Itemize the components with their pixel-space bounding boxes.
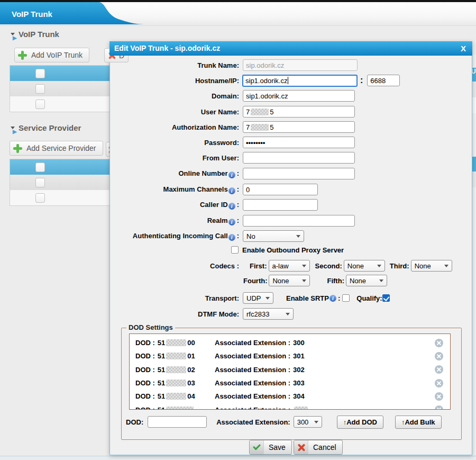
caller-id-input[interactable] (243, 199, 318, 211)
dod-row-partial: DOD :51 Associated Extension : (130, 403, 450, 410)
user-name-input[interactable]: 7 5 (243, 106, 355, 118)
voip-trunk-section-title: VoIP Trunk (19, 30, 59, 39)
associated-extension-select[interactable]: 300 (294, 416, 322, 428)
dtmf-mode-row: DTMF Mode: rfc2833 (110, 308, 472, 320)
transport-select[interactable]: UDP (243, 292, 273, 304)
close-icon[interactable]: X (461, 44, 466, 53)
sliver-table-header: U (472, 68, 476, 82)
user-name-label: User Name: (110, 108, 241, 116)
info-icon[interactable]: i (228, 187, 235, 194)
modal-title: Edit VoIP Trunk - sip.odorik.cz (114, 44, 220, 52)
table-row[interactable] (10, 96, 111, 112)
codec-third-select[interactable]: None (411, 260, 452, 272)
codec-fifth-label: Fifth: (327, 277, 344, 285)
dod-add-label: DOD: (126, 418, 143, 426)
censored-text (166, 393, 186, 400)
section-arrow-icon: ▶ (11, 33, 15, 35)
voip-trunk-tab[interactable]: VoIP Trunk (0, 2, 148, 24)
info-icon[interactable]: i (228, 234, 235, 241)
hostname-row: Hostname/IP: sip1.odorik.cz : (110, 75, 472, 86)
add-bulk-button[interactable]: ↑Add Bulk (395, 416, 442, 429)
save-button[interactable]: Save (249, 440, 292, 455)
delete-dod-icon[interactable] (435, 339, 443, 347)
info-icon[interactable]: i (228, 172, 235, 178)
cancel-button[interactable]: Cancel (294, 440, 343, 455)
codec-first-select[interactable]: a-law (269, 260, 310, 272)
trunk-name-label: Trunk Name: (110, 61, 241, 69)
from-user-input[interactable] (243, 152, 355, 164)
info-icon[interactable]: i (329, 295, 336, 302)
password-input[interactable] (243, 137, 355, 148)
row-checkbox[interactable] (35, 84, 45, 94)
chevron-down-icon (444, 265, 448, 267)
chevron-down-icon (377, 265, 381, 267)
codecs-row-1: Codecs : First: a-law Second: None Third… (110, 260, 472, 272)
qualify-label: Qualify: (356, 294, 382, 302)
dod-input[interactable] (148, 416, 207, 428)
dod-add-row: DOD: Associated Extension: 300 ↑Add DOD … (126, 415, 457, 429)
censored-text (166, 366, 186, 373)
codec-fourth-select[interactable]: None (269, 275, 310, 286)
info-icon[interactable]: i (228, 219, 235, 226)
dtmf-mode-label: DTMF Mode: (110, 310, 241, 318)
codecs-label: Codecs : (110, 262, 241, 270)
service-provider-table (10, 159, 111, 206)
row-checkbox[interactable] (35, 178, 45, 187)
enable-srtp-checkbox[interactable] (342, 294, 350, 302)
authenticating-incoming-call-select[interactable]: No (243, 230, 304, 242)
port-input[interactable] (367, 75, 400, 86)
dod-row: DOD :5102 Associated Extension :302 (130, 363, 450, 376)
check-icon (253, 443, 261, 450)
codec-second-label: Second: (315, 262, 342, 270)
hostname-label: Hostname/IP: (110, 77, 241, 85)
online-number-input[interactable] (243, 168, 355, 179)
row-checkbox[interactable] (35, 100, 45, 109)
table-row[interactable] (10, 81, 111, 96)
outbound-proxy-label: Enable Outbound Proxy Server (242, 246, 344, 254)
text-caret (288, 77, 288, 84)
sliver-table-header (472, 157, 476, 172)
table-row[interactable] (10, 175, 111, 190)
add-dod-button[interactable]: ↑Add DOD (337, 416, 383, 429)
dtmf-mode-select[interactable]: rfc2833 (243, 308, 294, 320)
select-all-checkbox[interactable] (35, 163, 45, 172)
select-all-checkbox[interactable] (35, 69, 45, 78)
realm-label: Realmi: (110, 217, 241, 226)
info-icon[interactable]: i (228, 203, 235, 210)
chevron-down-icon (302, 265, 306, 267)
delete-dod-icon[interactable] (435, 405, 443, 410)
delete-dod-icon[interactable] (435, 392, 443, 401)
domain-input[interactable] (243, 90, 355, 102)
hostname-input[interactable]: sip1.odorik.cz (242, 75, 358, 87)
enable-srtp-label: Enable SRTP (286, 294, 329, 302)
maximum-channels-input[interactable] (243, 184, 318, 195)
trunk-name-input[interactable] (243, 59, 358, 71)
realm-input[interactable] (243, 215, 355, 227)
port-separator: : (360, 76, 363, 85)
delete-dod-icon[interactable] (435, 365, 443, 374)
row-checkbox[interactable] (35, 193, 45, 203)
codec-second-select[interactable]: None (344, 260, 385, 272)
authorization-name-input[interactable]: 7 5 (243, 121, 355, 133)
delete-dod-icon[interactable] (435, 379, 443, 387)
modal-title-bar: Edit VoIP Trunk - sip.odorik.cz X (109, 41, 472, 56)
red-x-icon (297, 444, 305, 452)
user-name-row: User Name: 7 5 (110, 106, 472, 118)
table-header-row (10, 66, 111, 81)
authorization-name-label: Authorization Name: (110, 123, 241, 131)
qualify-checkbox[interactable] (382, 294, 390, 302)
add-voip-trunk-button[interactable]: Add VoIP Trunk (14, 48, 89, 62)
codec-fifth-select[interactable]: None (346, 275, 387, 286)
chevron-down-icon (379, 279, 383, 282)
chevron-down-icon (302, 279, 306, 282)
outbound-proxy-row: Enable Outbound Proxy Server (110, 244, 472, 256)
censored-text (166, 380, 186, 386)
transport-label: Transport: (110, 294, 241, 302)
plus-icon (18, 51, 27, 60)
online-number-label: Online Numberi: (110, 169, 241, 178)
add-service-provider-button[interactable]: Add Service Provider (10, 141, 103, 156)
delete-dod-icon[interactable] (435, 352, 443, 360)
table-row[interactable] (10, 190, 111, 205)
realm-row: Realmi: (110, 215, 472, 227)
outbound-proxy-checkbox[interactable] (231, 246, 239, 254)
